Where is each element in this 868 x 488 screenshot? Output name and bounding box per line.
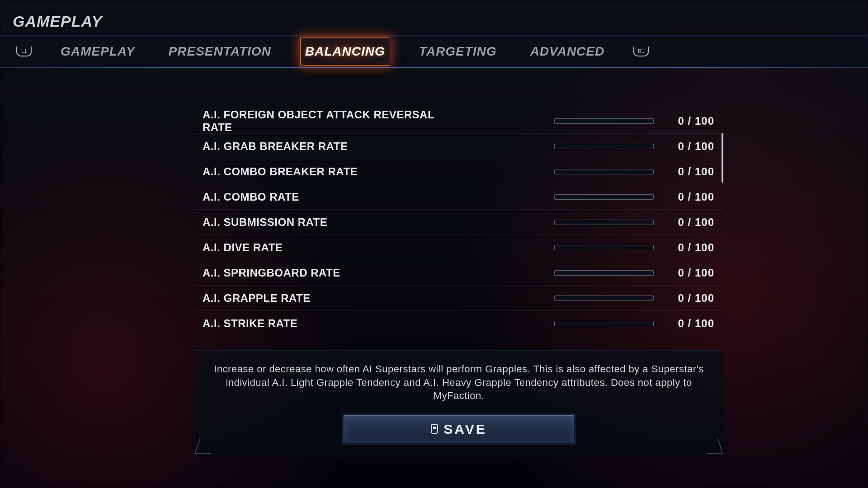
- setting-label: A.I. COMBO RATE: [203, 191, 456, 203]
- tab-bar: L1 GAMEPLAY PRESENTATION BALANCING TARGE…: [0, 35, 868, 68]
- description-box: Increase or decrease how often AI Supers…: [194, 350, 723, 457]
- setting-row[interactable]: A.I. GRAB BREAKER RATE0 / 100: [194, 134, 723, 159]
- save-button-label: SAVE: [443, 422, 486, 437]
- setting-value: 0 / 100: [654, 216, 717, 229]
- setting-row[interactable]: A.I. GRAPPLE RATE0 / 100: [194, 286, 723, 311]
- setting-label: A.I. GRAPPLE RATE: [203, 292, 456, 305]
- setting-row[interactable]: A.I. COMBO RATE0 / 100: [194, 184, 723, 210]
- setting-row[interactable]: A.I. SPRINGBOARD RATE0 / 100: [194, 260, 723, 286]
- setting-row[interactable]: A.I. FOREIGN OBJECT ATTACK REVERSAL RATE…: [194, 108, 723, 134]
- slider-track[interactable]: [554, 321, 654, 326]
- slider-track[interactable]: [554, 144, 654, 149]
- slider-track[interactable]: [554, 118, 654, 124]
- tab-advanced[interactable]: ADVANCED: [526, 38, 609, 65]
- shoulder-left-icon[interactable]: L1: [16, 47, 32, 56]
- setting-value: 0 / 100: [654, 165, 717, 178]
- setting-row[interactable]: A.I. STRIKE RATE0 / 100: [194, 311, 723, 336]
- setting-label: A.I. FOREIGN OBJECT ATTACK REVERSAL RATE: [203, 108, 456, 134]
- slider-track[interactable]: [554, 169, 654, 174]
- setting-row[interactable]: A.I. DIVE RATE0 / 100: [194, 235, 723, 260]
- setting-row[interactable]: A.I. SUBMISSION RATE0 / 100: [194, 210, 723, 235]
- setting-label: A.I. STRIKE RATE: [203, 317, 456, 330]
- save-icon: [431, 424, 438, 434]
- setting-value: 0 / 100: [654, 191, 717, 203]
- setting-label: A.I. SPRINGBOARD RATE: [203, 267, 456, 279]
- settings-panel: A.I. FOREIGN OBJECT ATTACK REVERSAL RATE…: [194, 108, 723, 336]
- setting-row[interactable]: A.I. COMBO BREAKER RATE0 / 100: [194, 159, 723, 184]
- setting-value: 0 / 100: [654, 115, 717, 127]
- slider-track[interactable]: [554, 296, 654, 301]
- setting-value: 0 / 100: [654, 140, 717, 153]
- setting-value: 0 / 100: [654, 267, 717, 279]
- save-button[interactable]: SAVE: [344, 415, 574, 443]
- tab-gameplay[interactable]: GAMEPLAY: [56, 38, 140, 65]
- description-text: Increase or decrease how often AI Supers…: [212, 362, 705, 403]
- setting-label: A.I. DIVE RATE: [203, 241, 456, 254]
- shoulder-right-icon[interactable]: R1: [633, 47, 649, 56]
- page-title: GAMEPLAY: [13, 13, 102, 30]
- setting-value: 0 / 100: [654, 292, 717, 305]
- tab-targeting[interactable]: TARGETING: [415, 38, 501, 65]
- slider-track[interactable]: [554, 270, 654, 276]
- tab-balancing[interactable]: BALANCING: [300, 38, 390, 66]
- slider-track[interactable]: [554, 220, 654, 225]
- slider-track[interactable]: [554, 245, 654, 250]
- setting-value: 0 / 100: [654, 317, 717, 330]
- setting-label: A.I. COMBO BREAKER RATE: [203, 165, 456, 178]
- tab-presentation[interactable]: PRESENTATION: [164, 38, 276, 65]
- setting-label: A.I. GRAB BREAKER RATE: [203, 140, 456, 153]
- setting-label: A.I. SUBMISSION RATE: [203, 216, 456, 229]
- scrollbar-thumb[interactable]: [722, 133, 723, 183]
- slider-track[interactable]: [554, 194, 654, 200]
- setting-value: 0 / 100: [654, 241, 717, 254]
